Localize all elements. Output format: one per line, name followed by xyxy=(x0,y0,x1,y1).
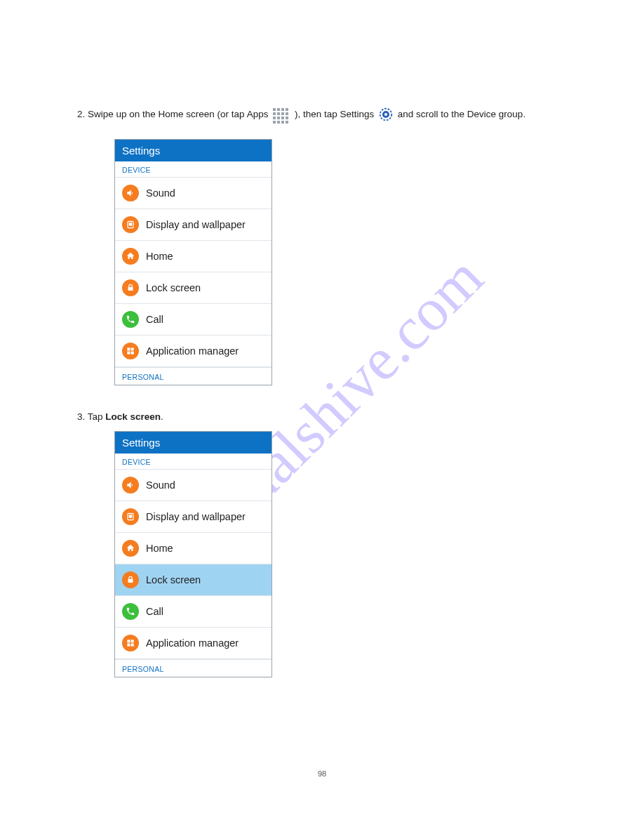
item-label: Application manager xyxy=(146,637,239,649)
phone-icon xyxy=(122,311,139,328)
step-2-suffix: and scroll to the Device group. xyxy=(398,109,525,119)
item-app-manager[interactable]: Application manager xyxy=(115,628,271,659)
step-3-bold: Lock screen xyxy=(105,411,161,422)
svg-point-2 xyxy=(384,113,387,116)
section-personal: PERSONAL xyxy=(115,659,271,677)
item-label: Lock screen xyxy=(146,574,201,585)
settings-panel-2: Settings DEVICE Sound Display and wallpa… xyxy=(114,431,272,677)
lock-icon xyxy=(122,279,139,296)
svg-rect-6 xyxy=(127,348,130,350)
item-call[interactable]: Call xyxy=(115,596,271,628)
item-label: Display and wallpaper xyxy=(146,219,246,230)
svg-rect-4 xyxy=(129,223,133,226)
step-3-text: 3. Tap Lock screen. xyxy=(77,411,526,424)
item-label: Call xyxy=(146,606,163,617)
phone-icon xyxy=(122,603,139,620)
item-sound[interactable]: Sound xyxy=(115,470,271,501)
item-label: Sound xyxy=(146,479,175,491)
svg-rect-12 xyxy=(128,579,133,583)
apps-grid-icon xyxy=(272,107,290,121)
item-label: Home xyxy=(146,543,173,554)
page-number: 98 xyxy=(0,769,644,778)
sound-icon xyxy=(122,185,139,201)
home-icon xyxy=(122,540,139,557)
step-2-text: 2. Swipe up on the Home screen (or tap A… xyxy=(77,107,526,122)
panel-title: Settings xyxy=(115,432,271,454)
panel-title: Settings xyxy=(115,140,271,161)
item-call[interactable]: Call xyxy=(115,304,271,336)
svg-rect-15 xyxy=(127,644,130,647)
svg-rect-14 xyxy=(131,640,134,642)
settings-panel-1: Settings DEVICE Sound Display and wallpa… xyxy=(114,139,272,385)
step-3-prefix: 3. Tap xyxy=(77,411,105,422)
gear-icon xyxy=(378,107,394,122)
item-sound[interactable]: Sound xyxy=(115,178,271,209)
item-home[interactable]: Home xyxy=(115,241,271,272)
step-3-suffix: . xyxy=(161,411,163,422)
svg-rect-8 xyxy=(127,352,130,355)
item-label: Application manager xyxy=(146,345,239,357)
home-icon xyxy=(122,248,139,265)
item-label: Call xyxy=(146,314,163,325)
svg-rect-7 xyxy=(131,348,134,350)
step-2-mid: ), then tap Settings xyxy=(295,109,377,119)
svg-rect-5 xyxy=(128,287,133,291)
section-device: DEVICE xyxy=(115,161,271,178)
svg-rect-13 xyxy=(127,640,130,642)
display-icon xyxy=(122,216,139,233)
step-2-prefix: 2. Swipe up on the Home screen (or tap A… xyxy=(77,109,271,119)
display-icon xyxy=(122,508,139,525)
item-label: Lock screen xyxy=(146,282,201,293)
section-device: DEVICE xyxy=(115,454,271,470)
lock-icon xyxy=(122,571,139,588)
item-lock-screen[interactable]: Lock screen xyxy=(115,272,271,304)
item-label: Home xyxy=(146,251,173,262)
section-personal: PERSONAL xyxy=(115,367,271,385)
item-label: Display and wallpaper xyxy=(146,511,246,522)
item-display[interactable]: Display and wallpaper xyxy=(115,209,271,241)
svg-rect-16 xyxy=(131,644,134,647)
item-home[interactable]: Home xyxy=(115,533,271,564)
item-display[interactable]: Display and wallpaper xyxy=(115,501,271,533)
item-app-manager[interactable]: Application manager xyxy=(115,336,271,367)
apps-icon xyxy=(122,343,139,359)
sound-icon xyxy=(122,477,139,494)
apps-icon xyxy=(122,635,139,651)
svg-rect-11 xyxy=(129,515,133,518)
svg-rect-9 xyxy=(131,352,134,355)
item-label: Sound xyxy=(146,187,175,199)
item-lock-screen-selected[interactable]: Lock screen xyxy=(115,564,271,596)
